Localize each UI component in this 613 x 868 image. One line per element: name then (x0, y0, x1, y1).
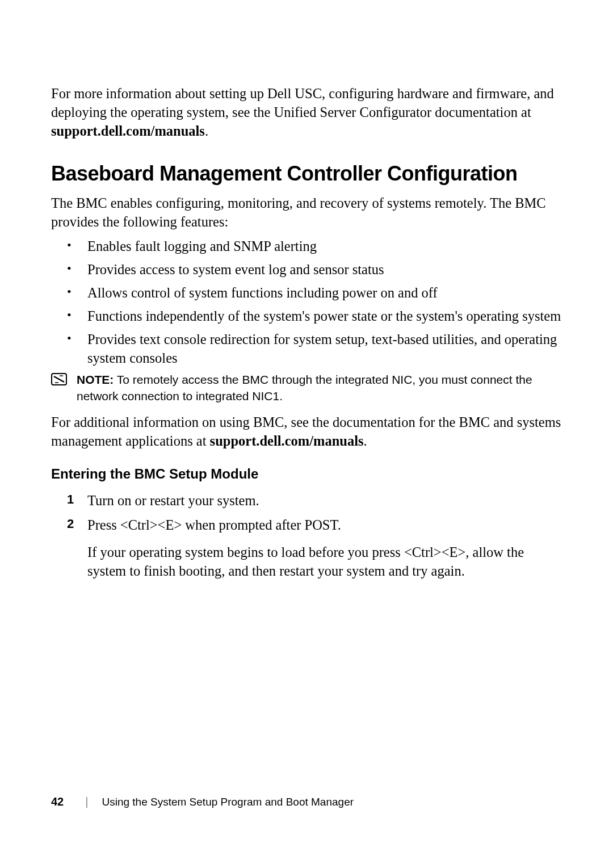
note-block: NOTE: To remotely access the BMC through… (51, 372, 562, 405)
list-item: Provides text console redirection for sy… (67, 330, 562, 367)
note-body: To remotely access the BMC through the i… (77, 373, 532, 402)
step-text: Press <Ctrl><E> when prompted after POST… (87, 515, 562, 534)
step-number: 2 (67, 517, 74, 531)
list-item: Functions independently of the system's … (67, 307, 562, 325)
list-item-text: Enables fault logging and SNMP alerting (87, 238, 317, 254)
list-item-text: Provides text console redirection for sy… (87, 332, 557, 366)
section-heading: Baseboard Management Controller Configur… (51, 162, 562, 185)
step-subtext: If your operating system begins to load … (87, 543, 562, 581)
steps-list: 1 Turn on or restart your system. 2 Pres… (67, 491, 562, 580)
step-item: 2 Press <Ctrl><E> when prompted after PO… (67, 515, 562, 580)
intro-paragraph: For more information about setting up De… (51, 84, 562, 140)
list-item-text: Provides access to system event log and … (87, 262, 384, 277)
footer-title: Using the System Setup Program and Boot … (102, 796, 354, 808)
list-item: Allows control of system functions inclu… (67, 283, 562, 302)
list-item: Enables fault logging and SNMP alerting (67, 237, 562, 255)
intro-text: For more information about setting up De… (51, 86, 554, 120)
note-label: NOTE: (77, 373, 114, 386)
note-text: NOTE: To remotely access the BMC through… (75, 372, 562, 405)
footer-divider: | (85, 795, 88, 808)
step-item: 1 Turn on or restart your system. (67, 491, 562, 510)
svg-line-1 (54, 376, 64, 382)
list-item-text: Functions independently of the system's … (87, 308, 561, 324)
list-item-text: Allows control of system functions inclu… (87, 285, 438, 300)
page-footer: 42 | Using the System Setup Program and … (51, 795, 354, 808)
page-content: For more information about setting up De… (0, 0, 613, 580)
para2-suffix: . (364, 433, 367, 448)
intro-link-text: support.dell.com/manuals (51, 123, 205, 139)
para2-link-text: support.dell.com/manuals (210, 433, 364, 448)
page-number: 42 (51, 795, 64, 808)
feature-list: Enables fault logging and SNMP alerting … (67, 237, 562, 367)
step-number: 1 (67, 492, 74, 507)
list-item: Provides access to system event log and … (67, 260, 562, 279)
step-text: Turn on or restart your system. (87, 491, 562, 510)
note-icon (51, 373, 67, 385)
bmc-intro-paragraph: The BMC enables configuring, monitoring,… (51, 194, 562, 231)
additional-info-paragraph: For additional information on using BMC,… (51, 413, 562, 450)
intro-suffix: . (205, 123, 208, 139)
subsection-heading: Entering the BMC Setup Module (51, 466, 562, 482)
